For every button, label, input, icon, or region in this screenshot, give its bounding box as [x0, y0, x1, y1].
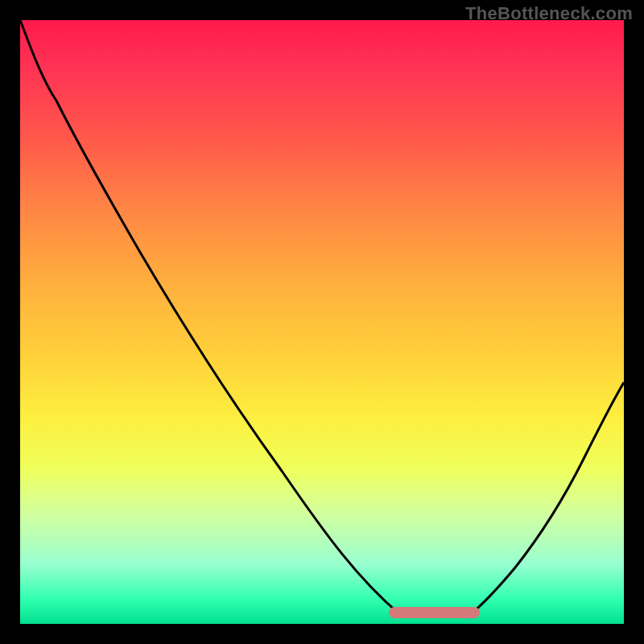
- optimal-range-marker: [389, 607, 480, 618]
- chart-container: TheBottleneck.com: [0, 0, 644, 644]
- watermark-text: TheBottleneck.com: [465, 3, 633, 24]
- plot-area: [20, 20, 624, 624]
